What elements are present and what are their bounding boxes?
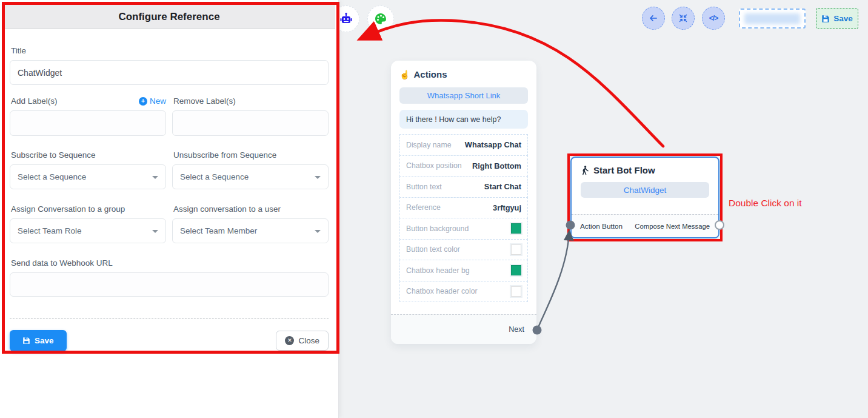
new-label-link[interactable]: + New xyxy=(139,96,166,106)
save-button[interactable]: Save xyxy=(10,330,67,351)
start-bot-flow-node[interactable]: Start Bot Flow ChatWidget Action Button … xyxy=(570,157,719,238)
unsubscribe-sequence-select[interactable]: Select a Sequence xyxy=(172,164,329,189)
subscribe-sequence-select[interactable]: Select a Sequence xyxy=(10,164,166,189)
title-label: Title xyxy=(11,46,329,55)
config-row-chatbox-position: Chatbox position Right Bottom xyxy=(399,155,528,177)
chevron-down-icon xyxy=(315,230,321,233)
code-icon: </> xyxy=(709,14,718,22)
close-button-label: Close xyxy=(298,336,319,345)
walking-person-icon xyxy=(581,166,589,175)
chevron-down-icon xyxy=(152,176,158,179)
assign-group-label: Assign Conversation to a group xyxy=(11,204,166,214)
remove-labels-label: Remove Label(s) xyxy=(173,96,236,106)
robot-icon xyxy=(339,12,353,26)
back-button[interactable] xyxy=(642,7,665,30)
floppy-disk-icon xyxy=(22,337,30,345)
redacted-text xyxy=(744,13,800,24)
flow-save-button[interactable]: Save xyxy=(816,8,858,29)
close-button[interactable]: ✕ Close xyxy=(276,331,329,351)
node-header: Start Bot Flow xyxy=(581,165,709,175)
subscribe-sequence-label: Subscribe to Sequence xyxy=(11,150,166,160)
assign-user-value: Select Team Member xyxy=(180,226,257,235)
compress-icon xyxy=(678,13,688,23)
subscribe-sequence-value: Select a Sequence xyxy=(18,172,86,181)
whatsapp-short-link-button[interactable]: Whatsapp Short Link xyxy=(399,87,528,104)
config-row-chatbox-header-bg: Chatbox header bg xyxy=(399,260,528,281)
save-button-label: Save xyxy=(35,336,54,345)
fit-view-button[interactable] xyxy=(672,7,695,30)
color-swatch[interactable] xyxy=(511,223,521,234)
config-row-chatbox-header-color: Chatbox header color xyxy=(399,281,528,303)
unsubscribe-sequence-value: Select a Sequence xyxy=(180,172,249,181)
node-title: Start Bot Flow xyxy=(593,165,655,175)
color-swatch[interactable] xyxy=(511,244,521,255)
unsubscribe-sequence-label: Unsubscribe from Sequence xyxy=(173,150,329,160)
plus-circle-icon: + xyxy=(139,97,147,106)
config-row-reference: Reference 3rftgyuj xyxy=(399,197,528,219)
footer-divider xyxy=(10,319,329,319)
close-icon: ✕ xyxy=(285,336,294,345)
flow-save-label: Save xyxy=(833,14,853,23)
panel-title: Configure Reference xyxy=(3,5,335,29)
next-port-label: Next xyxy=(509,325,524,334)
action-button-port-label: Action Button xyxy=(580,222,623,231)
config-row-button-text: Button text Start Chat xyxy=(399,176,528,198)
assign-group-value: Select Team Role xyxy=(18,226,82,235)
assign-user-label: Assign conversation to a user xyxy=(173,204,329,214)
flow-title-input[interactable] xyxy=(739,8,806,29)
double-click-annotation: Double Click on it xyxy=(729,198,802,209)
chatwidget-reference-button[interactable]: ChatWidget xyxy=(581,182,709,198)
webhook-url-input[interactable] xyxy=(10,272,329,297)
new-link-text: New xyxy=(150,96,166,106)
title-input[interactable] xyxy=(10,60,329,85)
theme-tool-button[interactable] xyxy=(367,5,394,32)
chevron-down-icon xyxy=(152,230,158,233)
webhook-url-label: Send data to Webhook URL xyxy=(11,258,329,268)
widget-config-table: Display name Whatsapp Chat Chatbox posit… xyxy=(399,134,528,302)
add-labels-label: Add Label(s) xyxy=(11,96,58,106)
add-labels-input[interactable] xyxy=(10,110,166,136)
palette-icon xyxy=(373,12,388,26)
greeting-message[interactable]: Hi there ! How can we help? xyxy=(399,110,528,129)
actions-card-title: Actions xyxy=(413,69,447,79)
assign-user-select[interactable]: Select Team Member xyxy=(172,218,329,243)
config-row-button-text-color: Button text color xyxy=(399,239,528,261)
config-row-display-name: Display name Whatsapp Chat xyxy=(399,134,528,156)
configure-reference-panel: Configure Reference Title Add Label(s) +… xyxy=(0,0,339,418)
code-view-button[interactable]: </> xyxy=(702,7,725,30)
floppy-disk-icon xyxy=(821,15,830,23)
color-swatch[interactable] xyxy=(511,265,521,275)
actions-card: ☝ Actions Whatsapp Short Link Hi there !… xyxy=(391,61,536,344)
assign-group-select[interactable]: Select Team Role xyxy=(10,218,166,243)
config-row-button-background: Button background xyxy=(399,218,528,240)
touch-pointer-icon: ☝ xyxy=(399,70,410,79)
chevron-down-icon xyxy=(315,176,321,179)
color-swatch[interactable] xyxy=(511,286,521,297)
arrow-left-icon xyxy=(649,13,658,23)
edge-next-to-action-button xyxy=(537,232,569,330)
actions-card-footer: Next xyxy=(391,314,536,344)
actions-card-header: ☝ Actions xyxy=(399,69,528,79)
compose-next-message-port-label: Compose Next Message xyxy=(635,223,710,230)
remove-labels-input[interactable] xyxy=(172,110,329,136)
node-footer: Action Button Compose Next Message xyxy=(572,214,718,237)
